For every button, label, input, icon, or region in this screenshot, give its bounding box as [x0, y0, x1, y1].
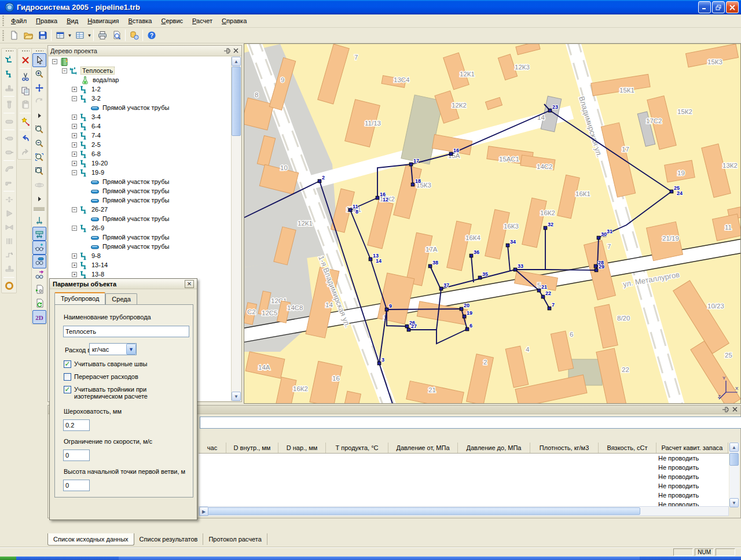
table-row[interactable]: Не проводить [199, 454, 729, 463]
units-button-dropdown[interactable]: ▼ [67, 33, 72, 38]
tree-item-root[interactable]: − [49, 57, 231, 66]
tree-item-водапар[interactable]: вода/пар [49, 75, 231, 84]
dialog-title-bar[interactable]: Параметры объекта ✕ [50, 279, 197, 289]
checkbox-check-icon[interactable]: ✓ [64, 386, 71, 393]
grid-hscroll-thumb[interactable] [200, 507, 640, 515]
pipeline-node[interactable] [548, 307, 551, 310]
insert-pipeline-tool[interactable] [2, 53, 16, 67]
pipeline-node[interactable] [385, 308, 388, 311]
pipeline-node[interactable] [541, 295, 545, 299]
menu-5[interactable]: Вставка [124, 16, 157, 26]
tree-item-13-8[interactable]: +13-8 [49, 270, 231, 279]
menu-8[interactable]: Справка [217, 16, 251, 26]
tee-isothermal-checkbox[interactable]: ✓ Учитывать тройники при изотермическом … [64, 386, 190, 400]
delete-button[interactable] [19, 53, 32, 67]
menu-3[interactable]: Вид [62, 16, 83, 26]
minimize-button[interactable] [698, 1, 711, 13]
zoom-extents-tool[interactable] [32, 164, 46, 178]
menu-2[interactable]: Правка [31, 16, 62, 26]
pipeline-node[interactable] [506, 244, 509, 247]
pan-tool[interactable] [32, 81, 46, 95]
cut-button[interactable] [19, 70, 32, 84]
pipeline-node[interactable] [465, 327, 469, 331]
tab-results[interactable]: Список результатов [134, 533, 204, 545]
tree-item-Прямойучастоктрубы[interactable]: Прямой участок трубы [49, 242, 231, 251]
menu-6[interactable]: Сервис [156, 16, 188, 26]
table-row[interactable]: Не проводить [199, 472, 729, 481]
pipeline-node[interactable] [469, 254, 473, 257]
tab-source-data[interactable]: Список исходных данных [47, 533, 134, 546]
pipeline-name-input[interactable] [63, 326, 189, 337]
pipeline-node[interactable] [411, 183, 414, 186]
tree-item-6-4[interactable]: +6-4 [49, 121, 231, 131]
tree-item-13-14[interactable]: +13-14 [49, 260, 231, 270]
column-header[interactable]: Давление от, МПа [388, 443, 458, 453]
column-header[interactable]: Плотность, кг/м3 [530, 443, 599, 453]
pipeline-node[interactable] [407, 328, 410, 331]
object-filter-combobox[interactable]: ▼ [200, 417, 741, 429]
menu-4[interactable]: Навигация [83, 16, 123, 26]
grid-scroll-thumb[interactable] [729, 453, 739, 466]
new-file-button[interactable] [6, 29, 21, 42]
pipeline-node[interactable] [377, 362, 381, 365]
menu-1[interactable]: Файл [6, 16, 31, 26]
column-header[interactable]: час [199, 443, 226, 453]
pin-icon[interactable] [223, 47, 230, 54]
tree-item-19-9[interactable]: −19-9 [49, 168, 231, 177]
tree-expander[interactable]: + [72, 133, 77, 138]
pipeline-node[interactable] [548, 109, 552, 112]
table-row[interactable]: Не проводить [199, 481, 729, 491]
database-button[interactable] [127, 29, 141, 42]
table-row[interactable]: Не проводить [199, 463, 729, 472]
open-file-button[interactable] [21, 29, 35, 42]
pipeline-node[interactable] [369, 257, 372, 261]
pipeline-node[interactable] [670, 190, 673, 193]
tree-item-26-9[interactable]: −26-9 [49, 223, 231, 233]
tree-expander[interactable]: − [62, 68, 67, 73]
restore-button[interactable] [712, 1, 725, 13]
tab-calc-protocol[interactable]: Протокол расчета [203, 533, 267, 545]
pipeline-node[interactable] [349, 208, 352, 212]
tree-item-Прямойучастоктрубы[interactable]: Прямой участок трубы [49, 196, 231, 205]
pin-icon[interactable] [722, 406, 729, 413]
zoom-flyout[interactable] [32, 109, 46, 123]
pipeline-node[interactable] [449, 152, 453, 156]
pipeline-node[interactable] [409, 163, 413, 166]
print-preview-button[interactable] [109, 29, 124, 42]
roughness-input[interactable] [63, 419, 90, 431]
dialog-close-button[interactable]: ✕ [185, 280, 194, 288]
pipeline-node[interactable] [376, 196, 379, 200]
tables-button[interactable] [72, 29, 87, 42]
print-button[interactable] [95, 29, 109, 42]
speed-limit-input[interactable] [63, 450, 90, 461]
tree-scroll-thumb[interactable] [232, 67, 241, 136]
tree-scrollbar[interactable]: ▲ ▼ [232, 57, 241, 401]
pipeline-node[interactable] [460, 307, 463, 311]
close-panel-icon[interactable] [732, 406, 738, 412]
zoom-out-tool[interactable] [32, 137, 46, 150]
column-header[interactable]: Вязкость, сСт [599, 443, 656, 453]
pipeline-node[interactable] [537, 289, 541, 292]
column-header[interactable]: D нар., мм [278, 443, 326, 453]
tree-item-Прямойучастоктрубы[interactable]: Прямой участок трубы [49, 186, 231, 196]
tree-expander[interactable]: + [72, 263, 77, 268]
tree-item-Прямойучастоктрубы[interactable]: Прямой участок трубы [49, 103, 231, 112]
tree-expander[interactable]: − [72, 170, 77, 175]
tree-item-Прямойучастоктрубы[interactable]: Прямой участок трубы [49, 214, 231, 223]
add-node-button[interactable] [19, 115, 32, 128]
tree-item-1-2[interactable]: +1-2 [49, 84, 231, 94]
pipeline-node[interactable] [439, 287, 443, 290]
tree-scroll-up[interactable]: ▲ [232, 57, 241, 66]
grid-vertical-scrollbar[interactable]: ▲ ▼ [729, 443, 739, 507]
chevron-down-icon[interactable]: ▼ [126, 344, 136, 355]
undo-button[interactable] [19, 131, 32, 145]
table-row[interactable]: Не проводить [199, 491, 729, 500]
close-button[interactable] [726, 1, 739, 13]
tree-item-6-8[interactable]: +6-8 [49, 149, 231, 159]
start-height-input[interactable] [63, 480, 90, 491]
select-tool[interactable] [32, 53, 46, 67]
tree-item-Прямойучастоктрубы[interactable]: Прямой участок трубы [49, 177, 231, 186]
tree-item-26-27[interactable]: −26-27 [49, 205, 231, 214]
save-file-button[interactable] [35, 29, 50, 42]
tree-expander[interactable]: + [72, 161, 77, 166]
